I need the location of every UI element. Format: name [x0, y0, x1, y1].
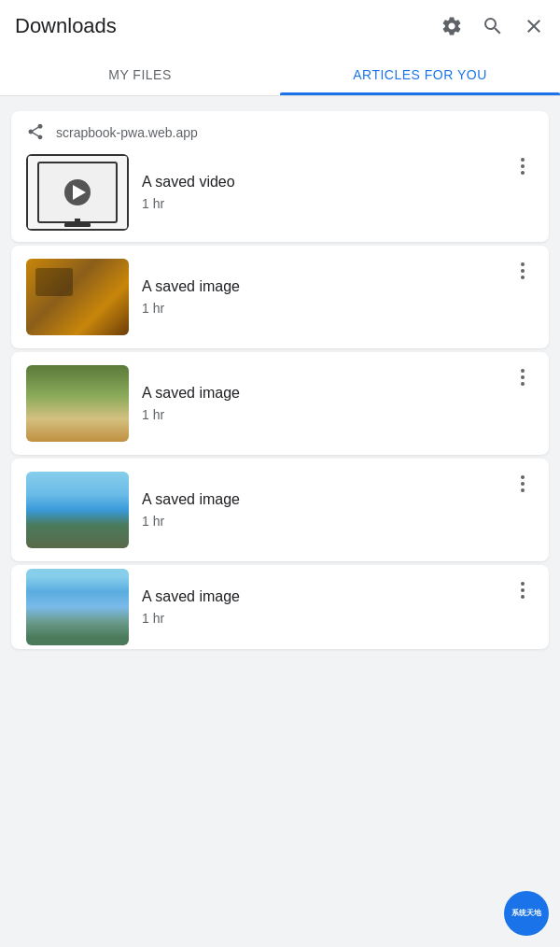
image-item-4-title: A saved image	[142, 588, 498, 605]
image-item-4-more-button[interactable]	[511, 578, 534, 601]
image-item-1-info: A saved image 1 hr	[142, 278, 498, 316]
gear-icon[interactable]	[441, 15, 463, 37]
source-group-card: scrapbook-pwa.web.app A saved video 1 hr	[11, 111, 549, 242]
tab-bar: MY FILES ARTICLES FOR YOU	[0, 52, 560, 96]
image-item-2-more-button[interactable]	[511, 365, 534, 388]
source-row: scrapbook-pwa.web.app	[26, 122, 534, 143]
image-item-2-info: A saved image 1 hr	[142, 385, 498, 422]
image-item-3-title: A saved image	[142, 491, 498, 508]
search-icon[interactable]	[482, 15, 504, 37]
watermark-text: 系统天地	[511, 909, 541, 918]
image-item-3-more-button[interactable]	[511, 472, 534, 494]
image-item-4: A saved image 1 hr	[11, 565, 549, 649]
image-item-2-meta: 1 hr	[142, 407, 498, 422]
video-item-meta: 1 hr	[142, 196, 498, 211]
image-thumbnail-3	[26, 472, 129, 548]
image-item-1-more-button[interactable]	[511, 259, 534, 281]
video-item-title: A saved video	[142, 174, 498, 191]
video-item-info: A saved video 1 hr	[142, 174, 498, 211]
image-item-1-title: A saved image	[142, 278, 498, 295]
image-thumbnail-1	[26, 259, 129, 335]
image-item-2-title: A saved image	[142, 385, 498, 402]
image-item-4-meta: 1 hr	[142, 611, 498, 626]
tab-my-files[interactable]: MY FILES	[0, 52, 280, 95]
source-domain: scrapbook-pwa.web.app	[56, 125, 198, 140]
video-item: A saved video 1 hr	[26, 143, 534, 231]
tab-articles[interactable]: ARTICLES FOR YOU	[280, 52, 560, 95]
image-item-3-info: A saved image 1 hr	[142, 491, 498, 529]
image-thumbnail-4	[26, 569, 129, 645]
image-item-1-meta: 1 hr	[142, 301, 498, 316]
header: Downloads	[0, 0, 560, 52]
image-item-1: A saved image 1 hr	[11, 246, 549, 348]
close-icon[interactable]	[523, 15, 545, 37]
image-item-4-info: A saved image 1 hr	[142, 588, 498, 626]
image-thumbnail-2	[26, 365, 129, 442]
header-actions	[441, 15, 545, 37]
image-item-3: A saved image 1 hr	[11, 459, 549, 561]
watermark-badge: 系统天地	[504, 891, 549, 936]
image-item-3-meta: 1 hr	[142, 514, 498, 529]
content-area: scrapbook-pwa.web.app A saved video 1 hr	[0, 96, 560, 664]
video-thumbnail	[26, 154, 129, 231]
video-item-more-button[interactable]	[511, 154, 534, 177]
share-icon	[26, 122, 47, 143]
page-title: Downloads	[15, 14, 117, 38]
image-item-2: A saved image 1 hr	[11, 352, 549, 455]
play-icon	[64, 179, 91, 205]
